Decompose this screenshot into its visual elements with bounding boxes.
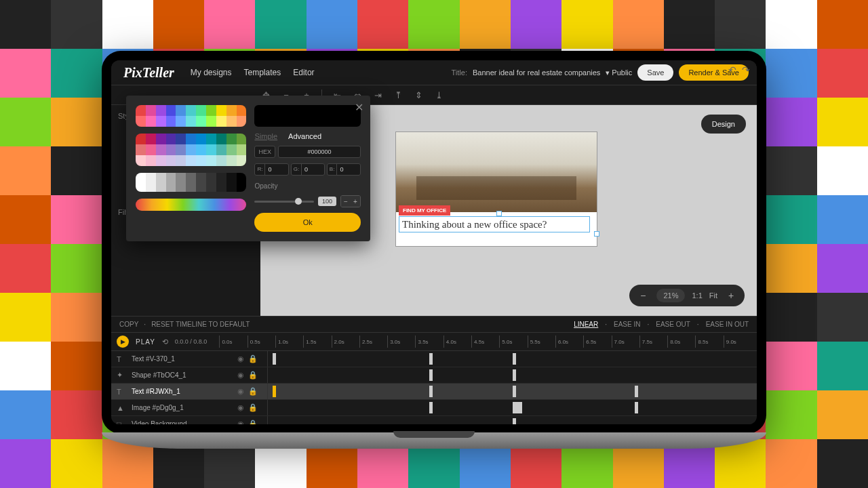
color-swatch[interactable]	[136, 116, 146, 127]
visibility-icon[interactable]: ◉	[237, 403, 244, 412]
color-swatch[interactable]	[146, 144, 156, 155]
timeline-copy[interactable]: COPY	[119, 321, 138, 328]
color-swatch[interactable]	[206, 134, 216, 144]
color-swatch[interactable]	[146, 173, 156, 192]
keyframe[interactable]	[273, 353, 276, 365]
undo-icon[interactable]: ↶	[728, 64, 736, 75]
timeline-row[interactable]: TText #RJWXh_1◉🔒	[111, 384, 757, 400]
visibility-icon[interactable]: ◉	[237, 354, 244, 363]
keyframe[interactable]	[429, 353, 433, 365]
color-swatch[interactable]	[196, 173, 206, 192]
color-swatch[interactable]	[176, 155, 186, 166]
color-swatch[interactable]	[136, 144, 146, 155]
color-swatch[interactable]	[176, 116, 186, 127]
design-canvas[interactable]: FIND MY OFFICE Thinking about a new offi…	[396, 132, 597, 246]
keyframe[interactable]	[635, 402, 638, 413]
lock-icon[interactable]: 🔒	[248, 403, 258, 412]
loop-icon[interactable]: ⟲	[162, 338, 168, 346]
opacity-value[interactable]: 100	[318, 197, 336, 206]
color-swatch[interactable]	[237, 134, 247, 144]
color-swatch[interactable]	[196, 105, 206, 116]
gradient-row[interactable]	[136, 199, 246, 211]
lock-icon[interactable]: 🔒	[248, 371, 258, 380]
g-input[interactable]: 0	[302, 164, 311, 175]
easing-easeinout[interactable]: EASE IN OUT	[706, 321, 749, 328]
color-swatch[interactable]	[176, 105, 186, 116]
color-swatch[interactable]	[196, 116, 206, 127]
align-right-icon[interactable]: ⇥	[372, 90, 383, 100]
r-input[interactable]: 0	[265, 164, 274, 175]
color-swatch[interactable]	[226, 144, 237, 155]
color-swatch[interactable]	[196, 144, 206, 155]
keyframe[interactable]	[513, 353, 516, 365]
opacity-dec-button[interactable]: −	[341, 196, 351, 207]
color-swatch[interactable]	[156, 144, 166, 155]
color-swatch[interactable]	[176, 173, 186, 192]
keyframe[interactable]	[513, 386, 516, 397]
color-swatch[interactable]	[186, 173, 196, 192]
color-swatch[interactable]	[237, 105, 247, 116]
hex-input[interactable]	[278, 146, 361, 158]
easing-easein[interactable]: EASE IN	[614, 321, 640, 328]
color-swatch[interactable]	[136, 155, 146, 166]
color-swatch[interactable]	[186, 116, 196, 127]
color-swatch[interactable]	[186, 144, 196, 155]
zoom-ratio[interactable]: 1:1	[692, 291, 702, 300]
color-swatch[interactable]	[196, 155, 206, 166]
canvas-tag[interactable]: FIND MY OFFICE	[399, 205, 450, 216]
timeline-row[interactable]: ▲Image #pDg0g_1◉🔒	[111, 400, 757, 416]
align-center-v-icon[interactable]: ⇕	[413, 90, 424, 100]
color-swatch[interactable]	[216, 105, 226, 116]
color-swatch[interactable]	[237, 173, 247, 192]
color-swatch[interactable]	[156, 105, 166, 116]
color-swatch[interactable]	[196, 134, 206, 144]
visibility-icon[interactable]: ◉	[237, 371, 244, 380]
keyframe[interactable]	[513, 418, 516, 424]
zoom-fit-button[interactable]: Fit	[709, 291, 717, 300]
color-swatch[interactable]	[136, 134, 146, 144]
timeline-ruler[interactable]: 0.0s0.5s1.0s1.5s2.0s2.5s3.0s3.5s4.0s4.5s…	[219, 336, 751, 348]
color-swatch[interactable]	[226, 105, 237, 116]
color-swatch[interactable]	[216, 155, 226, 166]
lock-icon[interactable]: 🔒	[248, 420, 258, 424]
keyframe[interactable]	[513, 369, 516, 381]
color-swatch[interactable]	[206, 105, 216, 116]
visibility-icon[interactable]: ◉	[237, 420, 244, 424]
color-swatch[interactable]	[156, 155, 166, 166]
color-swatch[interactable]	[136, 105, 146, 116]
color-swatch[interactable]	[216, 173, 226, 192]
easing-linear[interactable]: LINEAR	[574, 321, 598, 328]
color-swatch[interactable]	[156, 134, 166, 144]
timeline-row[interactable]: TText #V-370_1◉🔒	[111, 351, 757, 367]
color-swatch[interactable]	[186, 134, 196, 144]
color-swatch[interactable]	[226, 116, 237, 127]
canvas-image[interactable]	[396, 132, 597, 212]
color-swatch[interactable]	[146, 116, 156, 127]
zoom-percent[interactable]: 21%	[656, 289, 685, 302]
opacity-inc-button[interactable]: +	[351, 196, 360, 207]
ok-button[interactable]: Ok	[254, 213, 361, 232]
timeline-row[interactable]: □Video Background◉🔒	[111, 416, 757, 424]
lock-icon[interactable]: 🔒	[248, 354, 258, 363]
close-icon[interactable]: ✕	[355, 101, 363, 114]
color-swatch[interactable]	[206, 173, 216, 192]
align-bottom-icon[interactable]: ⤓	[433, 90, 444, 100]
color-swatch[interactable]	[156, 116, 166, 127]
b-input[interactable]: 0	[337, 164, 346, 175]
color-swatch[interactable]	[206, 116, 216, 127]
color-swatch[interactable]	[226, 173, 237, 192]
color-swatch[interactable]	[166, 155, 176, 166]
color-swatch[interactable]	[216, 116, 226, 127]
color-swatch[interactable]	[166, 134, 176, 144]
nav-editor[interactable]: Editor	[293, 68, 314, 77]
keyframe[interactable]	[429, 386, 433, 397]
color-swatch[interactable]	[176, 134, 186, 144]
color-swatch[interactable]	[166, 144, 176, 155]
nav-my-designs[interactable]: My designs	[191, 68, 232, 77]
color-swatch[interactable]	[226, 134, 237, 144]
logo[interactable]: PixTeller	[119, 65, 178, 81]
color-swatch[interactable]	[226, 155, 237, 166]
align-top-icon[interactable]: ⤒	[393, 90, 403, 100]
keyframe[interactable]	[513, 402, 522, 413]
color-swatch[interactable]	[206, 155, 216, 166]
